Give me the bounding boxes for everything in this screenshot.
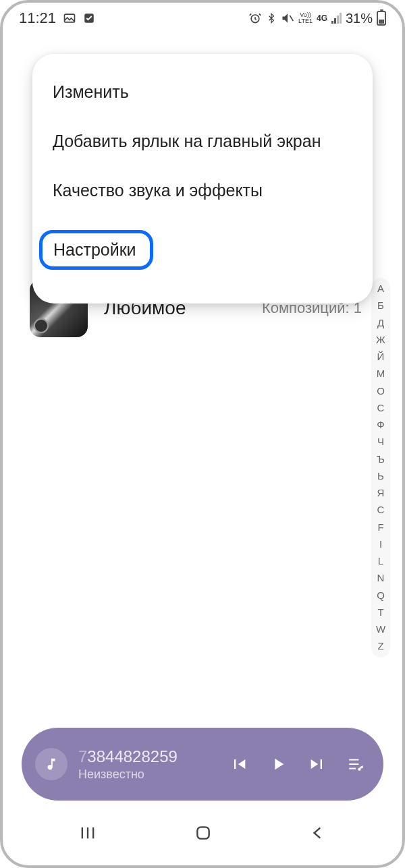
music-note-icon (35, 748, 68, 780)
battery-icon (377, 11, 386, 26)
menu-item-add-shortcut[interactable]: Добавить ярлык на главный экран (32, 117, 373, 166)
track-lead: 7 (78, 747, 87, 765)
system-nav-bar (3, 811, 402, 865)
mute-icon (281, 11, 294, 25)
index-letter[interactable]: М (377, 367, 385, 380)
menu-item-edit[interactable]: Изменить (32, 67, 373, 117)
index-letter[interactable]: Ф (377, 418, 384, 432)
index-letter[interactable]: Й (377, 350, 385, 364)
status-time: 11:21 (19, 9, 56, 27)
bluetooth-icon (266, 11, 277, 25)
index-letter[interactable]: W (376, 623, 385, 636)
volte-icon: Vo)) LTE1 (298, 12, 313, 24)
index-letter[interactable]: F (377, 521, 383, 534)
queue-button[interactable] (347, 755, 364, 773)
index-letter[interactable]: L (378, 554, 383, 568)
svg-rect-7 (197, 827, 209, 838)
index-letter[interactable]: С (377, 401, 385, 415)
back-button[interactable] (309, 824, 327, 844)
mini-player[interactable]: 73844828259 Неизвестно (22, 728, 383, 801)
index-letter[interactable]: Ч (377, 435, 384, 449)
home-button[interactable] (194, 824, 212, 844)
status-bar: 11:21 Vo)) LTE1 4G 31% (3, 3, 402, 30)
index-letter[interactable]: N (377, 571, 385, 585)
image-icon (63, 11, 76, 25)
svg-line-3 (290, 16, 293, 21)
index-letter[interactable]: Д (377, 316, 384, 330)
player-track-info: 73844828259 Неизвестно (78, 747, 219, 782)
next-button[interactable] (308, 755, 327, 774)
index-letter[interactable]: Z (377, 639, 383, 653)
recents-button[interactable] (78, 823, 97, 845)
index-letter[interactable]: I (379, 538, 382, 551)
settings-highlight: Настройки (39, 230, 153, 270)
play-button[interactable] (269, 755, 288, 774)
index-letter[interactable]: Ь (377, 469, 384, 483)
previous-button[interactable] (230, 755, 248, 774)
alphabet-index[interactable]: АБДЖЙМОСФЧЪЬЯCFILNQTWZ (371, 278, 390, 658)
index-letter[interactable]: А (377, 282, 384, 295)
index-letter[interactable]: Q (377, 589, 385, 602)
track-title: 3844828259 (87, 747, 177, 765)
alarm-icon (248, 11, 262, 25)
overflow-menu: Изменить Добавить ярлык на главный экран… (32, 54, 373, 303)
checkbox-icon (83, 12, 95, 24)
index-letter[interactable]: Б (377, 299, 384, 312)
network-4g-icon: 4G (317, 13, 327, 23)
index-letter[interactable]: T (377, 606, 383, 619)
battery-percent: 31% (346, 11, 373, 26)
index-letter[interactable]: Ъ (377, 453, 385, 466)
index-letter[interactable]: Ж (376, 333, 385, 347)
menu-item-settings[interactable]: Настройки (32, 215, 373, 285)
track-artist: Неизвестно (78, 768, 219, 782)
signal-icon (331, 13, 342, 24)
menu-item-sound-quality[interactable]: Качество звука и эффекты (32, 166, 373, 215)
index-letter[interactable]: О (377, 384, 385, 398)
index-letter[interactable]: C (377, 503, 385, 517)
index-letter[interactable]: Я (377, 486, 385, 500)
player-controls (230, 755, 364, 774)
